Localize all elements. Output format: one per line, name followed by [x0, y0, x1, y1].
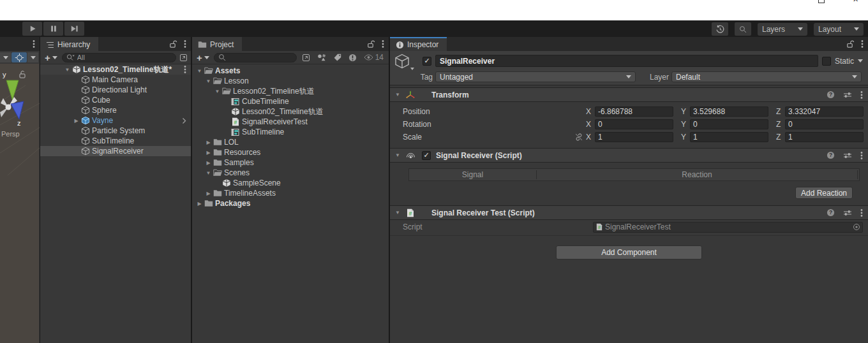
- tab-project[interactable]: Project: [192, 37, 242, 51]
- static-checkbox[interactable]: [822, 57, 831, 66]
- script-object-field[interactable]: # SignalReceiverTest: [593, 222, 863, 233]
- play-button[interactable]: [22, 22, 42, 36]
- kebab-menu-icon[interactable]: [184, 65, 191, 74]
- hierarchy-search-field[interactable]: [62, 53, 176, 62]
- hidden-count-toggle[interactable]: 14: [364, 53, 384, 62]
- lock-open-icon[interactable]: [166, 37, 181, 51]
- maximize-button[interactable]: [818, 0, 825, 3]
- project-tree-row[interactable]: ▼Assets: [192, 66, 389, 76]
- project-tree-row[interactable]: CubeTimeline: [192, 96, 389, 106]
- preset-icon[interactable]: [843, 152, 852, 159]
- scene-dropdown-partial[interactable]: [0, 52, 11, 62]
- transform-rotation-z-input[interactable]: [785, 119, 864, 129]
- signal-receiver-header[interactable]: ▼ ✓ Signal Receiver (Script) ?: [390, 148, 868, 163]
- filter-type-icon[interactable]: [317, 54, 326, 61]
- fold-closed-icon[interactable]: ▶: [195, 201, 204, 207]
- component-enabled-checkbox[interactable]: ✓: [422, 151, 431, 160]
- add-reaction-button[interactable]: Add Reaction: [795, 187, 853, 199]
- project-tree-row[interactable]: ▶Samples: [192, 157, 389, 168]
- gameobject-name-input[interactable]: [435, 55, 818, 67]
- project-search-field[interactable]: [214, 53, 297, 62]
- fold-open-icon[interactable]: ▼: [395, 210, 403, 215]
- hierarchy-row[interactable]: Cube: [40, 95, 191, 105]
- layer-dropdown[interactable]: Default: [671, 71, 862, 82]
- object-picker-icon[interactable]: [853, 223, 860, 231]
- signal-receiver-test-header[interactable]: ▼ # Signal Receiver Test (Script) ?: [390, 205, 868, 220]
- hierarchy-row[interactable]: SubTimeline: [40, 136, 191, 146]
- fold-closed-icon[interactable]: ▶: [204, 140, 213, 145]
- help-icon[interactable]: ?: [827, 91, 835, 99]
- project-tree-row[interactable]: #SignalReceiverTest: [192, 117, 389, 127]
- add-component-button[interactable]: Add Component: [556, 245, 702, 259]
- label-tag-icon[interactable]: [333, 54, 341, 61]
- static-dropdown-arrow-icon[interactable]: [858, 59, 863, 62]
- transform-scale-z-input[interactable]: [785, 132, 864, 142]
- help-icon[interactable]: ?: [827, 151, 835, 159]
- link-broken-icon[interactable]: [572, 133, 586, 142]
- global-search-button[interactable]: [735, 22, 751, 36]
- hierarchy-row[interactable]: ▼Lesson02_Timeline轨道*: [40, 64, 191, 75]
- kebab-menu-icon[interactable]: [860, 208, 863, 217]
- transform-position-z-input[interactable]: [785, 106, 864, 117]
- kebab-menu-icon[interactable]: [378, 37, 387, 51]
- kebab-menu-icon[interactable]: [29, 37, 38, 51]
- transform-header[interactable]: ▼ Transform ?: [390, 87, 868, 102]
- tab-hierarchy[interactable]: Hierarchy: [40, 37, 98, 51]
- chevron-right-icon[interactable]: [182, 117, 191, 124]
- scene-dropdown[interactable]: [27, 52, 38, 62]
- hierarchy-row[interactable]: Sphere: [40, 105, 191, 115]
- warning-icon[interactable]: [348, 54, 357, 62]
- fold-open-icon[interactable]: ▼: [204, 170, 213, 176]
- lock-open-icon[interactable]: [843, 37, 858, 51]
- preset-icon[interactable]: [843, 209, 852, 217]
- hierarchy-row[interactable]: Main Camera: [40, 75, 191, 85]
- layers-dropdown[interactable]: Layers: [758, 23, 807, 36]
- project-tree-row[interactable]: SampleScene: [192, 178, 389, 188]
- fold-open-icon[interactable]: ▼: [204, 78, 213, 84]
- project-tree-row[interactable]: ▼Lesson: [192, 76, 389, 86]
- undo-history-button[interactable]: [712, 22, 728, 36]
- active-checkbox[interactable]: ✓: [423, 57, 431, 66]
- transform-scale-x-input[interactable]: [595, 132, 673, 142]
- fold-open-icon[interactable]: ▼: [395, 92, 403, 98]
- kebab-menu-icon[interactable]: [860, 151, 863, 160]
- transform-scale-y-input[interactable]: [690, 132, 768, 142]
- project-tree-row[interactable]: ▼Scenes: [192, 168, 389, 178]
- project-tree-row[interactable]: Lesson02_Timeline轨道: [192, 106, 389, 117]
- close-button[interactable]: ✕: [853, 0, 858, 3]
- hierarchy-row[interactable]: SignalReceiver: [40, 146, 191, 156]
- project-tree-row[interactable]: ▶Packages: [192, 198, 389, 208]
- scene-viewport[interactable]: y z Persp: [0, 64, 39, 343]
- fold-open-icon[interactable]: ▼: [63, 67, 71, 73]
- kebab-menu-icon[interactable]: [860, 91, 863, 99]
- fold-open-icon[interactable]: ▼: [395, 152, 403, 158]
- transform-position-y-input[interactable]: [690, 106, 768, 117]
- lock-open-icon[interactable]: [364, 37, 378, 51]
- transform-position-x-input[interactable]: [595, 106, 673, 117]
- transform-rotation-y-input[interactable]: [690, 119, 768, 129]
- project-tree-row[interactable]: SubTimeline: [192, 127, 389, 137]
- tab-inspector[interactable]: Inspector: [390, 37, 447, 51]
- hierarchy-row[interactable]: ▶Vayne: [40, 115, 191, 126]
- hierarchy-row[interactable]: Particle System: [40, 126, 191, 136]
- project-tree-row[interactable]: ▶TimelineAssets: [192, 188, 389, 198]
- project-tree-row[interactable]: ▶Resources: [192, 147, 389, 157]
- transform-rotation-x-input[interactable]: [595, 119, 673, 129]
- kebab-menu-icon[interactable]: [181, 37, 190, 51]
- project-tree-row[interactable]: ▼Lesson02_Timeline轨道: [192, 86, 389, 96]
- project-tree-row[interactable]: ▶LOL: [192, 137, 389, 147]
- popout-icon[interactable]: [302, 54, 310, 62]
- tag-dropdown[interactable]: Untagged: [435, 71, 636, 82]
- fold-open-icon[interactable]: ▼: [195, 68, 204, 74]
- preset-icon[interactable]: [843, 91, 852, 99]
- hierarchy-row[interactable]: Directional Light: [40, 85, 191, 95]
- fold-closed-icon[interactable]: ▶: [204, 191, 213, 196]
- popout-icon[interactable]: [179, 54, 188, 62]
- pause-button[interactable]: [43, 22, 63, 36]
- project-search-input[interactable]: [228, 54, 292, 61]
- create-add-button[interactable]: +: [195, 53, 211, 62]
- fold-closed-icon[interactable]: ▶: [204, 150, 213, 156]
- create-add-button[interactable]: +: [43, 53, 59, 62]
- layout-dropdown[interactable]: Layout: [814, 23, 864, 36]
- help-icon[interactable]: ?: [827, 208, 835, 217]
